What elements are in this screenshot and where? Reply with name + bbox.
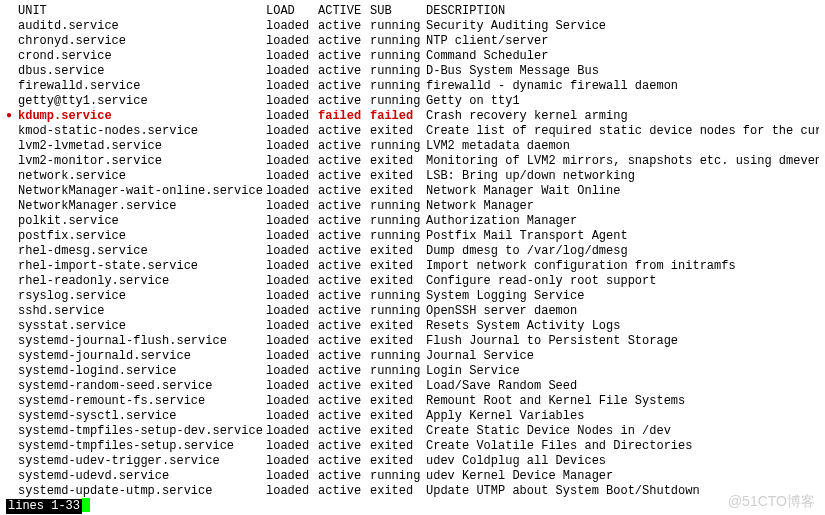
service-row[interactable]: auditd.serviceloadedactiverunningSecurit… bbox=[6, 19, 819, 34]
description: Network Manager bbox=[426, 199, 819, 214]
active-state: active bbox=[318, 49, 370, 64]
service-row[interactable]: systemd-journal-flush.serviceloadedactiv… bbox=[6, 334, 819, 349]
active-state: active bbox=[318, 94, 370, 109]
unit-name: crond.service bbox=[18, 49, 266, 64]
service-row[interactable]: systemd-sysctl.serviceloadedactiveexited… bbox=[6, 409, 819, 424]
load-state: loaded bbox=[266, 199, 318, 214]
indicator-spacer bbox=[6, 199, 18, 214]
service-row[interactable]: sshd.serviceloadedactiverunningOpenSSH s… bbox=[6, 304, 819, 319]
header-unit: UNIT bbox=[18, 4, 266, 19]
load-state: loaded bbox=[266, 274, 318, 289]
load-state: loaded bbox=[266, 229, 318, 244]
unit-name: systemd-tmpfiles-setup.service bbox=[18, 439, 266, 454]
service-row[interactable]: systemd-logind.serviceloadedactiverunnin… bbox=[6, 364, 819, 379]
service-row[interactable]: dbus.serviceloadedactiverunningD-Bus Sys… bbox=[6, 64, 819, 79]
sub-state: exited bbox=[370, 394, 426, 409]
active-state: active bbox=[318, 19, 370, 34]
load-state: loaded bbox=[266, 304, 318, 319]
active-state: active bbox=[318, 124, 370, 139]
load-state: loaded bbox=[266, 139, 318, 154]
service-row[interactable]: systemd-udevd.serviceloadedactiverunning… bbox=[6, 469, 819, 484]
service-row[interactable]: systemd-tmpfiles-setup.serviceloadedacti… bbox=[6, 439, 819, 454]
service-row[interactable]: postfix.serviceloadedactiverunningPostfi… bbox=[6, 229, 819, 244]
unit-name: systemd-udevd.service bbox=[18, 469, 266, 484]
unit-name: sysstat.service bbox=[18, 319, 266, 334]
active-state: active bbox=[318, 199, 370, 214]
unit-name: sshd.service bbox=[18, 304, 266, 319]
service-row[interactable]: systemd-remount-fs.serviceloadedactiveex… bbox=[6, 394, 819, 409]
load-state: loaded bbox=[266, 109, 318, 124]
service-row[interactable]: getty@tty1.serviceloadedactiverunningGet… bbox=[6, 94, 819, 109]
sub-state: exited bbox=[370, 124, 426, 139]
header-load: LOAD bbox=[266, 4, 318, 19]
active-state: active bbox=[318, 364, 370, 379]
indicator-spacer bbox=[6, 379, 18, 394]
service-row[interactable]: sysstat.serviceloadedactiveexitedResets … bbox=[6, 319, 819, 334]
load-state: loaded bbox=[266, 184, 318, 199]
load-state: loaded bbox=[266, 364, 318, 379]
service-row[interactable]: lvm2-lvmetad.serviceloadedactiverunningL… bbox=[6, 139, 819, 154]
load-state: loaded bbox=[266, 409, 318, 424]
description: OpenSSH server daemon bbox=[426, 304, 819, 319]
unit-name: systemd-remount-fs.service bbox=[18, 394, 266, 409]
service-row[interactable]: lvm2-monitor.serviceloadedactiveexitedMo… bbox=[6, 154, 819, 169]
service-row[interactable]: firewalld.serviceloadedactiverunningfire… bbox=[6, 79, 819, 94]
description: NTP client/server bbox=[426, 34, 819, 49]
unit-name: rsyslog.service bbox=[18, 289, 266, 304]
active-state: active bbox=[318, 169, 370, 184]
active-state: active bbox=[318, 34, 370, 49]
service-row[interactable]: systemd-random-seed.serviceloadedactivee… bbox=[6, 379, 819, 394]
sub-state: running bbox=[370, 49, 426, 64]
unit-name: lvm2-monitor.service bbox=[18, 154, 266, 169]
load-state: loaded bbox=[266, 334, 318, 349]
load-state: loaded bbox=[266, 394, 318, 409]
service-row[interactable]: systemd-udev-trigger.serviceloadedactive… bbox=[6, 454, 819, 469]
unit-name: kdump.service bbox=[18, 109, 266, 124]
terminal-output[interactable]: UNIT LOAD ACTIVE SUB DESCRIPTION auditd.… bbox=[0, 0, 825, 515]
service-row[interactable]: rsyslog.serviceloadedactiverunningSystem… bbox=[6, 289, 819, 304]
service-row[interactable]: rhel-readonly.serviceloadedactiveexitedC… bbox=[6, 274, 819, 289]
description: Login Service bbox=[426, 364, 819, 379]
service-row[interactable]: NetworkManager.serviceloadedactiverunnin… bbox=[6, 199, 819, 214]
indicator-spacer bbox=[6, 244, 18, 259]
unit-name: rhel-import-state.service bbox=[18, 259, 266, 274]
unit-name: systemd-tmpfiles-setup-dev.service bbox=[18, 424, 266, 439]
header-row: UNIT LOAD ACTIVE SUB DESCRIPTION bbox=[6, 4, 819, 19]
sub-state: exited bbox=[370, 424, 426, 439]
service-row[interactable]: crond.serviceloadedactiverunningCommand … bbox=[6, 49, 819, 64]
load-state: loaded bbox=[266, 214, 318, 229]
description: Crash recovery kernel arming bbox=[426, 109, 819, 124]
service-row[interactable]: kdump.serviceloadedfailedfailedCrash rec… bbox=[6, 109, 819, 124]
header-bullet bbox=[6, 4, 18, 19]
cursor-icon bbox=[82, 498, 90, 512]
description: Getty on tty1 bbox=[426, 94, 819, 109]
indicator-spacer bbox=[6, 334, 18, 349]
indicator-spacer bbox=[6, 169, 18, 184]
description: LSB: Bring up/down networking bbox=[426, 169, 819, 184]
indicator-spacer bbox=[6, 49, 18, 64]
service-row[interactable]: systemd-update-utmp.serviceloadedactivee… bbox=[6, 484, 819, 499]
description: Resets System Activity Logs bbox=[426, 319, 819, 334]
service-row[interactable]: rhel-import-state.serviceloadedactiveexi… bbox=[6, 259, 819, 274]
load-state: loaded bbox=[266, 424, 318, 439]
service-row[interactable]: rhel-dmesg.serviceloadedactiveexitedDump… bbox=[6, 244, 819, 259]
indicator-spacer bbox=[6, 439, 18, 454]
load-state: loaded bbox=[266, 124, 318, 139]
unit-name: systemd-random-seed.service bbox=[18, 379, 266, 394]
unit-name: chronyd.service bbox=[18, 34, 266, 49]
active-state: active bbox=[318, 214, 370, 229]
active-state: active bbox=[318, 244, 370, 259]
indicator-spacer bbox=[6, 409, 18, 424]
service-row[interactable]: polkit.serviceloadedactiverunningAuthori… bbox=[6, 214, 819, 229]
description: Monitoring of LVM2 mirrors, snapshots et… bbox=[426, 154, 819, 169]
service-row[interactable]: NetworkManager-wait-online.serviceloaded… bbox=[6, 184, 819, 199]
service-row[interactable]: kmod-static-nodes.serviceloadedactiveexi… bbox=[6, 124, 819, 139]
service-row[interactable]: network.serviceloadedactiveexitedLSB: Br… bbox=[6, 169, 819, 184]
indicator-spacer bbox=[6, 424, 18, 439]
unit-name: getty@tty1.service bbox=[18, 94, 266, 109]
load-state: loaded bbox=[266, 439, 318, 454]
service-row[interactable]: systemd-journald.serviceloadedactiverunn… bbox=[6, 349, 819, 364]
service-row[interactable]: systemd-tmpfiles-setup-dev.serviceloaded… bbox=[6, 424, 819, 439]
unit-name: kmod-static-nodes.service bbox=[18, 124, 266, 139]
service-row[interactable]: chronyd.serviceloadedactiverunningNTP cl… bbox=[6, 34, 819, 49]
